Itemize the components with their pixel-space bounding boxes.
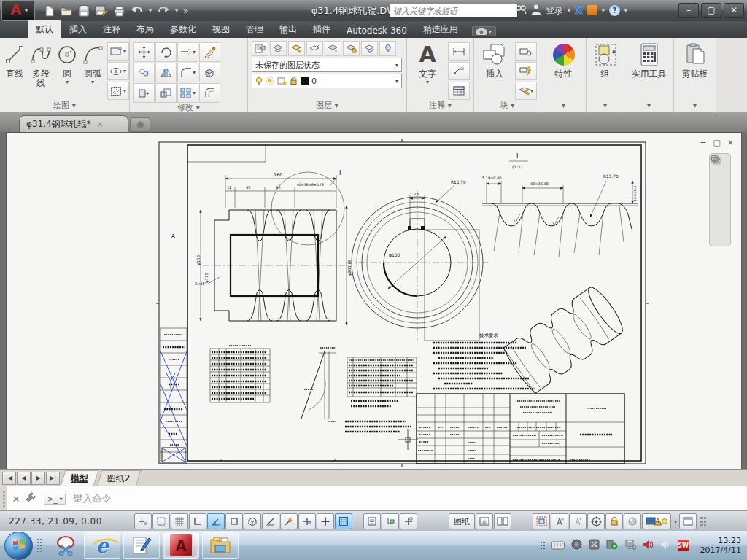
panel-label-utilities[interactable]: ▾	[624, 101, 673, 112]
taskbar-autocad[interactable]: A	[163, 532, 199, 559]
layer-off-button[interactable]	[379, 41, 396, 56]
help-search-input[interactable]	[390, 4, 518, 18]
taskbar-file-manager[interactable]	[202, 532, 239, 559]
tray-expand-grip[interactable]	[541, 542, 545, 549]
annotation-monitor-toggle[interactable]	[400, 513, 417, 529]
maximize-button[interactable]: ▢	[701, 3, 721, 18]
tab-plugins[interactable]: 插件	[305, 20, 338, 38]
layer-lock-button[interactable]	[343, 41, 360, 56]
hardware-acceleration-button[interactable]: !	[642, 513, 671, 529]
panel-label-draw[interactable]: 绘图 ▾	[0, 101, 129, 112]
tray-app-icon[interactable]	[571, 539, 582, 553]
arc-button[interactable]: 圆弧 ▾	[82, 40, 104, 101]
paper-model-button[interactable]: 图纸	[449, 513, 475, 529]
tray-solidworks-icon[interactable]: SW	[678, 540, 689, 551]
help-icon[interactable]: ?	[609, 5, 620, 16]
text-caret-icon[interactable]: ▾	[426, 79, 429, 85]
explode-button[interactable]	[199, 63, 220, 82]
define-attributes-button[interactable]	[515, 62, 537, 80]
tab-featured-apps[interactable]: 精选应用	[415, 20, 466, 38]
tray-media-icon[interactable]	[606, 539, 618, 553]
rectangle-button[interactable]: ▾	[107, 42, 129, 61]
polyline-button[interactable]: 多段线	[29, 40, 53, 101]
command-close-icon[interactable]: ✕	[7, 494, 25, 505]
redo-button[interactable]	[157, 5, 170, 16]
undo-caret-icon[interactable]: ▾	[149, 7, 152, 14]
minimize-button[interactable]: –	[678, 3, 699, 18]
layer-unisolate-button[interactable]	[306, 41, 323, 56]
copy-button[interactable]	[133, 63, 155, 82]
exchange-apps-icon[interactable]: X	[575, 4, 583, 16]
block-editor-button[interactable]: ▾	[515, 82, 537, 100]
line-button[interactable]: 直线	[4, 40, 26, 101]
toolbar-lock-button[interactable]	[605, 513, 623, 529]
properties-button[interactable]: 特性	[547, 40, 581, 101]
first-layout-button[interactable]: |◀	[2, 472, 16, 485]
layer-match-button[interactable]	[361, 41, 378, 56]
isoplane-toggle[interactable]	[262, 513, 279, 529]
mirror-button[interactable]	[155, 63, 177, 82]
trim-button[interactable]: ▾	[177, 42, 198, 62]
scale-button[interactable]	[155, 83, 177, 103]
command-input-placeholder[interactable]: 键入命令	[73, 492, 111, 505]
tab-autodesk360[interactable]: Autodesk 360	[338, 23, 415, 38]
tab-home[interactable]: 默认	[28, 20, 61, 38]
tab-insert[interactable]: 插入	[61, 20, 95, 38]
move-button[interactable]	[133, 42, 155, 62]
taskbar-internet-explorer[interactable]: e	[84, 532, 120, 559]
tab-parametric[interactable]: 参数化	[162, 20, 204, 38]
command-grip[interactable]	[0, 486, 7, 511]
new-drawing-tab-button[interactable]	[130, 117, 150, 132]
qat-more-button[interactable]: »	[183, 6, 188, 16]
stretch-button[interactable]	[133, 83, 155, 103]
prev-layout-button[interactable]: ◀	[17, 472, 31, 485]
erase-button[interactable]	[199, 42, 220, 62]
selection-cycling-toggle[interactable]	[382, 513, 399, 529]
start-button[interactable]	[4, 532, 33, 560]
taskbar-clock[interactable]: 13:23 2017/4/11	[696, 536, 741, 555]
help-caret-icon[interactable]: ▾	[624, 7, 627, 14]
ellipse-button[interactable]: ▾	[107, 62, 129, 80]
panel-label-group[interactable]: ▾	[587, 101, 624, 112]
rotate-button[interactable]	[155, 42, 177, 62]
layer-state-combo[interactable]: 未保存的图层状态 ▾	[252, 58, 402, 72]
communication-center-icon[interactable]	[587, 5, 597, 15]
new-file-button[interactable]	[44, 5, 55, 17]
command-line[interactable]: ✕ >_ ▾ 键入命令	[0, 486, 747, 511]
annotation-visibility-button[interactable]	[551, 513, 568, 529]
tab-manage[interactable]: 管理	[238, 20, 271, 38]
transparency-toggle[interactable]	[335, 513, 352, 529]
file-tab-close-icon[interactable]: ×	[97, 120, 104, 129]
drawing-close-button[interactable]: ×	[727, 138, 734, 147]
arc-caret-icon[interactable]: ▾	[91, 79, 94, 85]
tab-layout2[interactable]: 图纸2	[96, 470, 141, 486]
layer-combo[interactable]: 0 ▾	[252, 74, 402, 88]
object-snap-tracking-toggle[interactable]	[280, 513, 298, 529]
layer-properties-button[interactable]	[252, 41, 268, 56]
isolate-objects-button[interactable]	[624, 513, 641, 529]
panel-label-properties[interactable]: ▾	[541, 101, 586, 112]
hatch-button[interactable]: ▾	[107, 82, 129, 100]
save-as-button[interactable]	[95, 5, 108, 17]
snap-toggle[interactable]	[152, 513, 170, 529]
circle-caret-icon[interactable]: ▾	[66, 79, 69, 85]
infer-constraints-toggle[interactable]	[134, 513, 152, 529]
group-button[interactable]: 组	[591, 40, 620, 101]
offset-button[interactable]	[199, 83, 220, 103]
signin-caret-icon[interactable]: ▾	[568, 7, 570, 14]
panel-label-block[interactable]: 块 ▾	[474, 101, 541, 112]
sign-in-link[interactable]: 登录	[546, 4, 563, 17]
next-layout-button[interactable]: ▶	[31, 472, 45, 485]
navigation-bar[interactable]	[709, 153, 731, 246]
clipboard-button[interactable]: 剪贴板	[678, 40, 712, 101]
tab-view[interactable]: 视图	[204, 20, 238, 38]
tab-annotate[interactable]: 注释	[95, 20, 128, 38]
panel-label-layers[interactable]: 图层 ▾	[248, 101, 406, 112]
taskbar-notepad[interactable]	[123, 532, 160, 559]
tray-maintenance-icon[interactable]	[589, 539, 600, 553]
circle-button[interactable]: 圆 ▾	[56, 40, 78, 101]
tray-ime-keyboard-icon[interactable]	[551, 539, 565, 553]
clean-screen-button[interactable]	[679, 513, 697, 529]
tab-output[interactable]: 输出	[271, 20, 305, 38]
tray-volume-red-icon[interactable]	[643, 539, 654, 553]
